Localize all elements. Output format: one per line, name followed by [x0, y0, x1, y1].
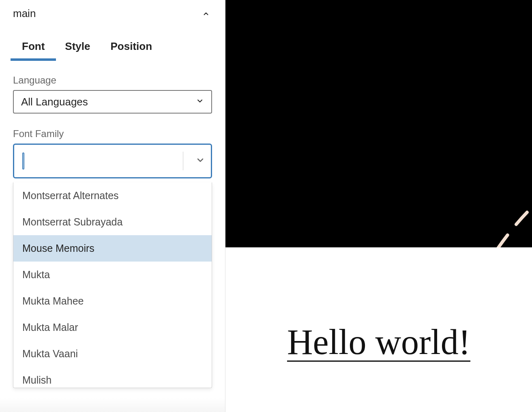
option-label: Montserrat Subrayada: [22, 216, 122, 227]
chevron-down-icon: [196, 97, 204, 107]
section-header-main[interactable]: main: [10, 0, 215, 23]
dropdown-option[interactable]: Mukta Vaani: [13, 341, 212, 367]
option-label: Mouse Memoirs: [22, 242, 94, 254]
option-label: Mukta Mahee: [22, 295, 84, 307]
language-value: All Languages: [21, 96, 88, 108]
language-label: Language: [13, 75, 212, 86]
dropdown-option[interactable]: Mulish: [13, 367, 212, 388]
dropdown-option[interactable]: Montserrat Subrayada: [13, 209, 212, 235]
panel-inner: main Font Style Position Language All La…: [10, 0, 215, 412]
option-label: Mukta Malar: [22, 322, 78, 333]
chevron-up-icon: [202, 10, 210, 17]
tabs: Font Style Position: [10, 23, 215, 60]
font-family-combobox[interactable]: [13, 144, 212, 178]
dropdown-option[interactable]: Mukta: [13, 262, 212, 288]
language-select[interactable]: All Languages: [13, 90, 212, 114]
dropdown-option[interactable]: Montserrat Alternates: [13, 182, 212, 209]
tab-font[interactable]: Font: [22, 40, 45, 60]
option-label: Mukta: [22, 269, 50, 280]
dashed-arc-icon: [225, 0, 532, 247]
option-label: Mulish: [22, 374, 51, 386]
tab-label: Position: [110, 40, 152, 52]
settings-panel: main Font Style Position Language All La…: [0, 0, 225, 412]
font-family-label: Font Family: [13, 128, 212, 139]
preview-area: Hello world!: [225, 0, 532, 412]
dropdown-option[interactable]: Mouse Memoirs: [13, 235, 212, 262]
page-title[interactable]: Hello world!: [287, 322, 470, 363]
section-title: main: [13, 7, 36, 20]
dropdown-option[interactable]: Mukta Malar: [13, 314, 212, 341]
option-label: Montserrat Alternates: [22, 190, 119, 201]
tab-style[interactable]: Style: [65, 40, 90, 60]
preview-hero: [225, 0, 532, 247]
tab-label: Font: [22, 40, 45, 52]
tab-position[interactable]: Position: [110, 40, 152, 60]
preview-content: Hello world!: [225, 247, 532, 412]
tab-label: Style: [65, 40, 90, 52]
option-label: Mukta Vaani: [22, 348, 78, 359]
divider: [183, 152, 183, 170]
font-family-dropdown: Montserrat Alternates Montserrat Subraya…: [13, 182, 212, 388]
chevron-down-icon: [195, 155, 205, 167]
combobox-toggle[interactable]: [190, 145, 211, 177]
dropdown-option[interactable]: Mukta Mahee: [13, 288, 212, 314]
font-family-input[interactable]: [24, 155, 183, 167]
